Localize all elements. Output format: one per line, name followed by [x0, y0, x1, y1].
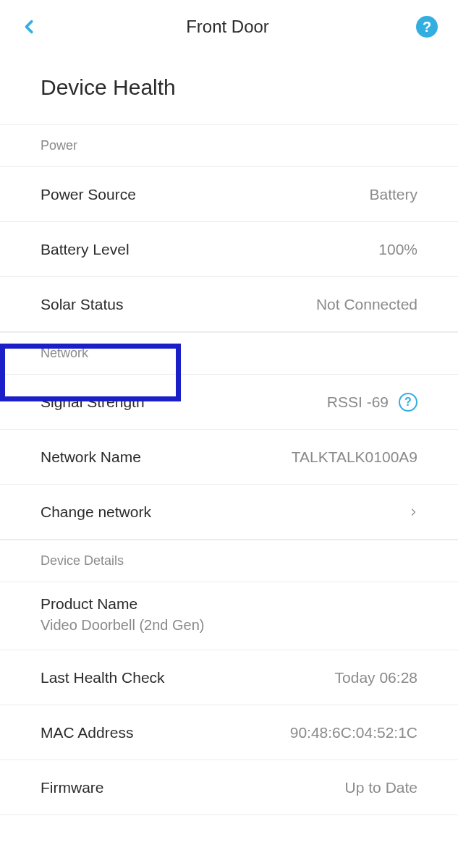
page-title: Device Health [41, 75, 417, 100]
nav-bar: Front Door ? [0, 0, 458, 54]
section-header-device-details: Device Details [0, 540, 458, 582]
row-change-network[interactable]: Change network [0, 485, 458, 540]
label-last-health-check: Last Health Check [41, 669, 165, 686]
value-mac-address: 90:48:6C:04:52:1C [290, 724, 417, 741]
value-network-name: TALKTALK0100A9 [292, 448, 417, 466]
row-power-source: Power Source Battery [0, 167, 458, 222]
section-header-network: Network [0, 332, 458, 375]
label-solar-status: Solar Status [41, 296, 123, 313]
label-change-network: Change network [41, 503, 151, 521]
label-mac-address: MAC Address [41, 724, 133, 741]
row-battery-level: Battery Level 100% [0, 222, 458, 277]
label-network-name: Network Name [41, 448, 141, 466]
value-solar-status: Not Connected [316, 296, 417, 313]
row-signal-strength: Signal Strength RSSI -69 ? [0, 375, 458, 430]
signal-help-icon[interactable]: ? [399, 393, 417, 412]
label-battery-level: Battery Level [41, 241, 130, 258]
row-product-name: Product Name Video Doorbell (2nd Gen) [0, 582, 458, 650]
value-product-name: Video Doorbell (2nd Gen) [41, 617, 417, 634]
page-title-wrap: Device Health [0, 54, 458, 124]
section-header-power: Power [0, 124, 458, 167]
label-signal-strength: Signal Strength [41, 393, 145, 411]
row-solar-status: Solar Status Not Connected [0, 277, 458, 332]
value-last-health-check: Today 06:28 [335, 669, 417, 686]
nav-title: Front Door [186, 17, 269, 37]
row-network-name: Network Name TALKTALK0100A9 [0, 430, 458, 485]
value-firmware: Up to Date [345, 779, 417, 796]
help-icon[interactable]: ? [416, 16, 438, 38]
value-battery-level: 100% [378, 241, 417, 258]
label-power-source: Power Source [41, 186, 136, 203]
row-firmware: Firmware Up to Date [0, 760, 458, 815]
label-firmware: Firmware [41, 779, 104, 796]
row-last-health-check: Last Health Check Today 06:28 [0, 650, 458, 705]
back-icon[interactable] [20, 17, 39, 36]
value-signal-strength-text: RSSI -69 [327, 393, 389, 411]
value-signal-strength: RSSI -69 ? [327, 393, 417, 412]
row-mac-address: MAC Address 90:48:6C:04:52:1C [0, 705, 458, 760]
value-power-source: Battery [369, 186, 417, 203]
chevron-right-icon [409, 505, 417, 519]
label-product-name: Product Name [41, 595, 417, 613]
